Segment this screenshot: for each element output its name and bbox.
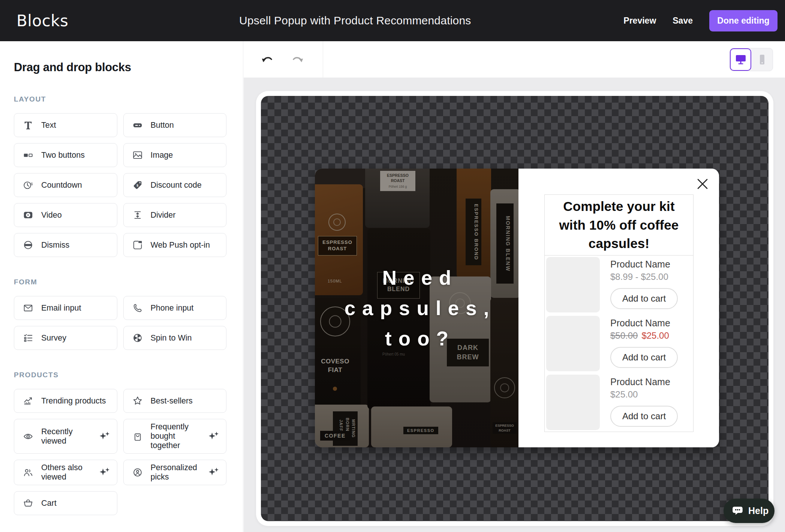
block-others-also-viewed[interactable]: Others also viewed (14, 460, 117, 485)
product-price: $25.00 (610, 389, 678, 400)
block-label: Video (41, 211, 62, 220)
add-to-cart-button[interactable]: Add to cart (610, 406, 678, 427)
block-label: Two buttons (41, 151, 85, 160)
redo-icon (291, 54, 304, 64)
add-to-cart-button[interactable]: Add to cart (610, 347, 678, 368)
block-button[interactable]: Button (123, 113, 227, 137)
block-personalized-picks[interactable]: Personalized picks (123, 460, 227, 485)
blocks-sidebar: Drag and drop blocks LAYOUTTextButtonTwo… (0, 41, 243, 532)
phone-icon (132, 302, 144, 314)
block-two-buttons[interactable]: Two buttons (14, 143, 117, 167)
block-text[interactable]: Text (14, 113, 117, 137)
popup-headline-overlay: Need capsules, too? (315, 169, 518, 447)
block-spin-to-win[interactable]: Spin to Win (123, 326, 227, 350)
add-to-cart-button[interactable]: Add to cart (610, 288, 678, 309)
preview-button[interactable]: Preview (623, 16, 656, 26)
block-label: Best-sellers (151, 396, 193, 406)
block-label: Survey (41, 333, 66, 343)
undo-icon (261, 54, 274, 64)
desktop-icon (735, 54, 747, 65)
block-video[interactable]: Video (14, 203, 117, 227)
block-web-push-opt-in[interactable]: Web Push opt-in (123, 233, 227, 257)
ai-sparkles-icon (99, 431, 110, 442)
mobile-view-button[interactable] (751, 48, 773, 71)
popup-heading: Complete your kit with 10% off coffee ca… (548, 197, 689, 253)
two-buttons-icon (22, 149, 34, 161)
svg-text:$: $ (136, 184, 138, 187)
desktop-view-button[interactable] (730, 48, 751, 71)
block-cart[interactable]: Cart (14, 491, 117, 515)
block-label: Frequently bought together (151, 422, 201, 450)
product-price: $8.99 - $25.00 (610, 272, 678, 282)
block-label: Dismiss (41, 241, 69, 250)
block-survey[interactable]: Survey (14, 326, 117, 350)
popup-heading-block[interactable]: Complete your kit with 10% off coffee ca… (544, 194, 694, 256)
block-grid-form: Email inputPhone inputSurveySpin to Win (14, 296, 226, 350)
product-row[interactable]: Product Name$8.99 - $25.00Add to cart (546, 257, 692, 312)
app: Blocks Upsell Popup with Product Recomme… (0, 0, 785, 532)
button-icon (132, 119, 144, 131)
block-label: Discount code (151, 181, 202, 190)
image-icon (132, 149, 144, 161)
block-label: Personalized picks (151, 463, 201, 482)
section-label-layout: LAYOUT (14, 95, 226, 103)
product-name: Product Name (610, 377, 678, 387)
block-frequently-bought-together[interactable]: Frequently bought together (123, 419, 227, 454)
cart-icon (22, 497, 34, 509)
bag-icon (132, 430, 144, 442)
block-discount-code[interactable]: $Discount code (123, 173, 227, 197)
block-label: Image (151, 151, 173, 160)
block-best-sellers[interactable]: Best-sellers (123, 389, 227, 413)
block-phone-input[interactable]: Phone input (123, 296, 227, 320)
block-countdown[interactable]: Countdown (14, 173, 117, 197)
block-label: Divider (151, 211, 176, 220)
survey-icon (22, 332, 34, 344)
chat-bubble-icon (732, 505, 743, 517)
product-name: Product Name (610, 318, 678, 329)
popup-hero-image[interactable]: ESPRESSO ROAST 150ml COVESO FIAT MRTING … (315, 169, 518, 447)
save-button[interactable]: Save (673, 16, 693, 26)
ai-sparkles-icon (208, 467, 219, 478)
block-recently-viewed[interactable]: Recently viewed (14, 419, 117, 454)
dismiss-icon (22, 239, 34, 251)
transparency-checkerboard: ESPRESSO ROAST 150ml COVESO FIAT MRTING … (261, 96, 769, 521)
product-row[interactable]: Product Name$50.00$25.00Add to cart (546, 316, 692, 371)
app-logo: Blocks (16, 12, 68, 30)
canvas-area: ESPRESSO ROAST 150ml COVESO FIAT MRTING … (244, 78, 785, 532)
help-label: Help (748, 505, 769, 516)
eye-icon (22, 430, 34, 442)
upsell-popup: ESPRESSO ROAST 150ml COVESO FIAT MRTING … (315, 169, 719, 447)
help-button[interactable]: Help (724, 499, 775, 523)
product-recommendations-block[interactable]: Product Name$8.99 - $25.00Add to cartPro… (544, 255, 694, 432)
spin-to-win-icon (132, 332, 144, 344)
device-toggle (730, 48, 773, 71)
section-label-products: PRODUCTS (14, 371, 226, 379)
block-email-input[interactable]: Email input (14, 296, 117, 320)
block-trending-products[interactable]: Trending products (14, 389, 117, 413)
section-label-form: FORM (14, 278, 226, 286)
block-grid-products: Trending productsBest-sellersRecently vi… (14, 389, 226, 515)
block-label: Button (151, 121, 174, 130)
redo-button[interactable] (289, 51, 306, 68)
price: $25.00 (610, 389, 638, 399)
discount-code-icon: $ (132, 179, 144, 191)
done-editing-button[interactable]: Done editing (709, 10, 778, 31)
product-image-placeholder (546, 375, 600, 430)
topbar-actions: Preview Save Done editing (623, 10, 778, 31)
canvas-toolbar (244, 41, 785, 78)
undo-button[interactable] (259, 51, 276, 68)
product-row[interactable]: Product Name$25.00Add to cart (546, 375, 692, 430)
popup-canvas-frame: ESPRESSO ROAST 150ml COVESO FIAT MRTING … (256, 91, 773, 526)
block-label: Spin to Win (151, 333, 192, 343)
popup-close-button[interactable] (696, 178, 709, 191)
email-icon (22, 302, 34, 314)
block-label: Recently viewed (41, 427, 92, 446)
block-label: Cart (41, 499, 57, 508)
block-divider[interactable]: Divider (123, 203, 227, 227)
block-dismiss[interactable]: Dismiss (14, 233, 117, 257)
block-label: Trending products (41, 396, 106, 406)
block-image[interactable]: Image (123, 143, 227, 167)
ai-sparkles-icon (99, 467, 110, 478)
block-label: Email input (41, 303, 81, 313)
countdown-icon (22, 179, 34, 191)
